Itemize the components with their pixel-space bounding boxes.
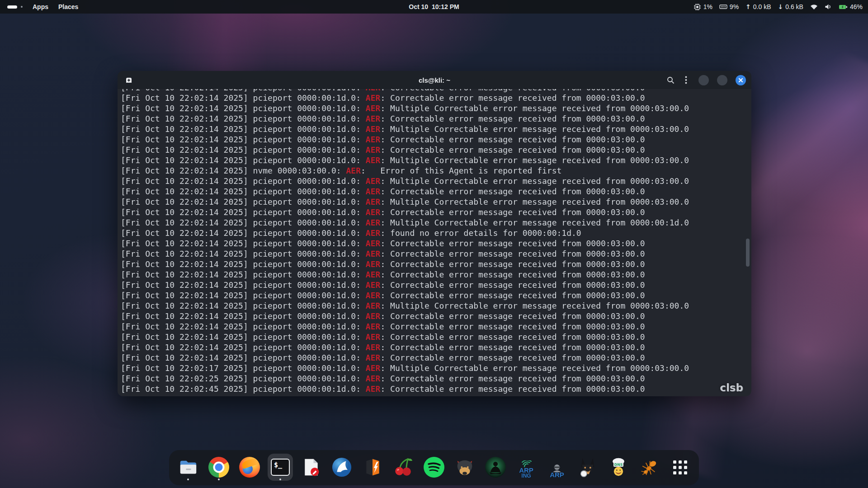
- aer-tag: AER: [366, 311, 381, 321]
- workspace-indicator[interactable]: [7, 5, 23, 9]
- aer-tag: AER: [366, 239, 381, 248]
- net-upload-indicator[interactable]: ↑ 0.0 kB: [745, 3, 771, 10]
- log-line: [Fri Oct 10 22:02:17 2025] pcieport 0000…: [121, 363, 751, 373]
- log-line: [Fri Oct 10 22:02:14 2025] pcieport 0000…: [121, 145, 751, 155]
- terminal-log: [Fri Oct 10 22:02:14 2025] pcieport 0000…: [121, 89, 751, 394]
- dock-item-firefox[interactable]: [237, 454, 262, 481]
- dock: $_ ARP ING ARP DNS: [169, 450, 699, 485]
- memory-value: 9%: [730, 3, 739, 10]
- log-line: [Fri Oct 10 22:02:14 2025] pcieport 0000…: [121, 89, 751, 93]
- aer-tag: AER: [366, 384, 381, 394]
- upload-value: 0.0 kB: [753, 3, 771, 10]
- chrome-icon: [208, 457, 229, 478]
- firefox-icon: [239, 457, 260, 478]
- wireshark-icon: [331, 457, 352, 478]
- log-line: [Fri Oct 10 22:02:14 2025] pcieport 0000…: [121, 124, 751, 134]
- close-button[interactable]: [736, 75, 746, 85]
- log-line: [Fri Oct 10 22:02:14 2025] pcieport 0000…: [121, 342, 751, 352]
- volume-indicator[interactable]: [825, 4, 832, 10]
- dock-item-ant[interactable]: [637, 454, 662, 481]
- log-line: [Fri Oct 10 22:02:14 2025] pcieport 0000…: [121, 186, 751, 197]
- dock-item-lightning-box[interactable]: [360, 454, 385, 481]
- memory-indicator[interactable]: 9%: [719, 3, 739, 10]
- running-indicator: [279, 479, 281, 480]
- log-line: [Fri Oct 10 22:02:14 2025] pcieport 0000…: [121, 207, 751, 217]
- maximize-button[interactable]: [717, 75, 727, 85]
- log-line: [Fri Oct 10 22:02:14 2025] pcieport 0000…: [121, 103, 751, 113]
- cherry-icon: [393, 457, 414, 478]
- dock-item-pitbull[interactable]: [452, 454, 477, 481]
- system-tray[interactable]: 1% 9% ↑ 0.0 kB ↓ 0.6 kB: [693, 3, 863, 11]
- terminal-headerbar[interactable]: cls@kli: ~: [118, 71, 751, 89]
- aer-tag: AER: [366, 197, 381, 206]
- search-button[interactable]: [666, 75, 675, 84]
- log-line: [Fri Oct 10 22:02:14 2025] pcieport 0000…: [121, 259, 751, 269]
- ant-icon: [639, 457, 660, 478]
- battery-value: 46%: [850, 3, 863, 10]
- aer-tag: AER: [366, 301, 381, 310]
- speaker-icon: [825, 4, 832, 10]
- dock-item-arping[interactable]: ARP ING: [514, 454, 539, 481]
- log-line: [Fri Oct 10 22:02:14 2025] pcieport 0000…: [121, 134, 751, 145]
- dock-item-chrome[interactable]: [206, 454, 231, 481]
- aer-tag: AER: [366, 103, 381, 113]
- download-value: 0.6 kB: [785, 3, 803, 10]
- dock-item-text-editor[interactable]: [298, 454, 324, 481]
- log-line: [Fri Oct 10 22:02:14 2025] pcieport 0000…: [121, 197, 751, 207]
- show-apps-icon: [673, 460, 687, 474]
- scrollbar-thumb[interactable]: [746, 239, 750, 267]
- clock[interactable]: Oct 10 10:12 PM: [409, 3, 459, 10]
- aer-tag: AER: [366, 322, 381, 331]
- close-icon: [738, 78, 743, 83]
- aer-tag: AER: [366, 155, 381, 165]
- top-bar: Apps Places Oct 10 10:12 PM 1% 9% ↑ 0.0 …: [0, 0, 868, 14]
- aer-tag: AER: [366, 176, 381, 186]
- dock-item-show-apps[interactable]: [667, 454, 693, 481]
- places-menu[interactable]: Places: [58, 3, 78, 10]
- search-icon: [667, 76, 675, 84]
- inactive-workspace-dot: [21, 6, 23, 8]
- window-title: cls@kli: ~: [118, 76, 751, 84]
- aer-tag: AER: [366, 93, 381, 103]
- log-line: [Fri Oct 10 22:02:14 2025] pcieport 0000…: [121, 311, 751, 321]
- doberman-icon: [577, 457, 598, 478]
- log-line: [Fri Oct 10 22:02:14 2025] pcieport 0000…: [121, 228, 751, 238]
- aer-tag: AER: [366, 259, 381, 269]
- dock-item-dnschef[interactable]: DNS: [606, 454, 631, 481]
- terminal-viewport[interactable]: [Fri Oct 10 22:02:14 2025] pcieport 0000…: [118, 89, 751, 396]
- dock-item-wireshark[interactable]: [329, 454, 354, 481]
- dnschef-icon: DNS: [609, 457, 628, 478]
- cpu-value: 1%: [703, 3, 712, 10]
- arp-spoof-icon: ARP: [550, 456, 564, 478]
- download-icon: ↓: [778, 3, 783, 10]
- menu-button[interactable]: [681, 75, 690, 84]
- dock-item-doberman[interactable]: [575, 454, 600, 481]
- battery-indicator[interactable]: 46%: [839, 3, 863, 10]
- dock-item-cherrytree[interactable]: [391, 454, 416, 481]
- minimize-button[interactable]: [698, 75, 709, 85]
- apps-menu[interactable]: Apps: [33, 3, 48, 10]
- aer-tag: AER: [366, 124, 381, 134]
- dock-item-terminal[interactable]: $_: [268, 454, 293, 481]
- pitbull-icon: [454, 457, 475, 478]
- dock-item-arp-spoof[interactable]: ARP: [544, 454, 570, 481]
- aer-tag: AER: [366, 249, 381, 258]
- dock-item-meditation[interactable]: [483, 454, 508, 481]
- wifi-indicator[interactable]: [810, 4, 818, 10]
- aer-tag: AER: [366, 353, 381, 362]
- terminal-icon: $_: [271, 459, 290, 476]
- aer-tag: AER: [366, 270, 381, 279]
- wifi-icon: [810, 4, 818, 10]
- aer-tag: AER: [366, 343, 381, 352]
- aer-tag: AER: [366, 135, 381, 144]
- battery-icon: [839, 4, 848, 10]
- aer-tag: AER: [366, 187, 381, 196]
- log-line: [Fri Oct 10 22:02:14 2025] pcieport 0000…: [121, 238, 751, 249]
- dock-item-spotify[interactable]: [421, 454, 447, 481]
- net-download-indicator[interactable]: ↓ 0.6 kB: [778, 3, 803, 10]
- dock-item-files[interactable]: [175, 454, 201, 481]
- aer-tag: AER: [366, 145, 381, 155]
- log-line: [Fri Oct 10 22:02:14 2025] pcieport 0000…: [121, 249, 751, 259]
- cpu-indicator[interactable]: 1%: [693, 3, 712, 11]
- svg-text:DNS: DNS: [614, 463, 623, 467]
